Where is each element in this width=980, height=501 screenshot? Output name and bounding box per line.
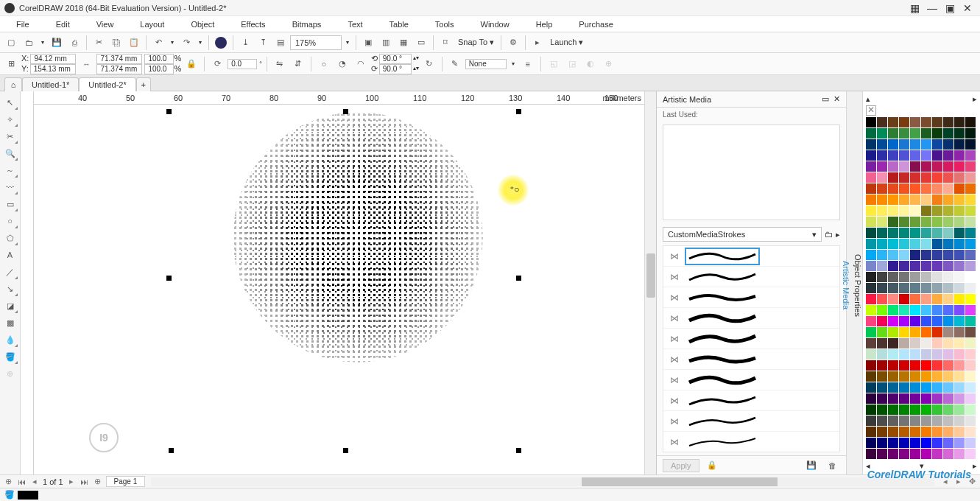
undo-icon[interactable]: ↶: [150, 35, 166, 51]
open-dropdown[interactable]: ▾: [38, 39, 47, 46]
swatch-214[interactable]: [910, 349, 920, 360]
swatch-8[interactable]: [954, 117, 965, 127]
swatch-140[interactable]: [866, 272, 876, 282]
swatch-161[interactable]: [877, 294, 887, 304]
swatch-152[interactable]: [888, 283, 898, 293]
cut-icon[interactable]: ✂: [91, 35, 107, 51]
swatch-243[interactable]: [899, 382, 909, 393]
close-button[interactable]: ✕: [959, 1, 976, 15]
swatch-295[interactable]: [921, 438, 931, 448]
swatch-131[interactable]: [877, 261, 887, 271]
options-icon[interactable]: ⚙: [505, 35, 521, 51]
swatch-60[interactable]: [866, 183, 876, 194]
swatch-165[interactable]: [921, 294, 931, 304]
add-page-after-icon[interactable]: ⊕: [93, 477, 103, 486]
swatch-207[interactable]: [943, 338, 953, 348]
search-content-icon[interactable]: [213, 35, 229, 51]
swatch-168[interactable]: [954, 294, 965, 304]
swatch-41[interactable]: [877, 161, 887, 172]
mirror-v-icon[interactable]: ⇵: [290, 56, 306, 72]
swatch-36[interactable]: [932, 150, 942, 161]
swatch-137[interactable]: [943, 261, 953, 271]
swatch-28[interactable]: [954, 139, 965, 150]
swatch-270[interactable]: [866, 416, 876, 426]
convert-icon[interactable]: ◐: [582, 56, 599, 72]
swatch-159[interactable]: [965, 283, 976, 293]
menu-window[interactable]: Window: [468, 16, 523, 32]
swatch-234[interactable]: [910, 371, 920, 382]
swatch-58[interactable]: [954, 172, 965, 183]
swatch-149[interactable]: [965, 272, 976, 282]
swatch-90[interactable]: [866, 217, 876, 227]
menu-tools[interactable]: Tools: [422, 16, 468, 32]
swatch-262[interactable]: [888, 404, 898, 415]
docker-collapse-icon[interactable]: ▭: [822, 94, 829, 104]
stroke-item-8[interactable]: ⋈: [663, 390, 839, 411]
swatch-252[interactable]: [888, 393, 898, 404]
swatch-115[interactable]: [921, 239, 931, 249]
swatch-201[interactable]: [877, 338, 887, 348]
swatch-52[interactable]: [888, 172, 898, 183]
undo-dropdown[interactable]: ▾: [168, 39, 177, 46]
swatch-138[interactable]: [954, 261, 965, 271]
swatch-84[interactable]: [910, 206, 920, 216]
swatch-196[interactable]: [932, 327, 942, 337]
swatch-291[interactable]: [877, 438, 887, 448]
first-page-icon[interactable]: ⏮: [16, 477, 27, 486]
end-angle[interactable]: 90.0 °: [379, 64, 412, 74]
swatch-112[interactable]: [888, 239, 898, 249]
swatch-255[interactable]: [921, 393, 931, 404]
swatch-56[interactable]: [932, 172, 942, 183]
swatch-171[interactable]: [877, 305, 887, 315]
swatch-110[interactable]: [866, 239, 876, 249]
swatch-1[interactable]: [877, 117, 887, 127]
swatch-3[interactable]: [899, 117, 909, 127]
mirror-h-icon[interactable]: ⇋: [272, 56, 288, 72]
swatch-288[interactable]: [954, 427, 965, 437]
transparency-tool[interactable]: ▩: [2, 315, 18, 331]
swatch-304[interactable]: [910, 449, 920, 459]
swatch-10[interactable]: [866, 128, 876, 139]
canvas-vscroll[interactable]: [644, 91, 656, 474]
swatch-43[interactable]: [899, 161, 909, 172]
swatch-77[interactable]: [943, 195, 953, 205]
tab-untitled-1[interactable]: Untitled-1*: [22, 77, 79, 91]
swatch-132[interactable]: [888, 261, 898, 271]
stroke-item-1[interactable]: ⋈: [663, 246, 839, 267]
menu-table[interactable]: Table: [376, 16, 422, 32]
zoom-level[interactable]: 175%: [290, 35, 342, 50]
swatch-146[interactable]: [932, 272, 942, 282]
swatch-133[interactable]: [899, 261, 909, 271]
swatch-13[interactable]: [899, 128, 909, 139]
swatch-54[interactable]: [910, 172, 920, 183]
no-fill-swatch[interactable]: ✕: [866, 105, 876, 116]
swatch-227[interactable]: [943, 360, 953, 371]
swatch-67[interactable]: [943, 183, 953, 194]
swatch-92[interactable]: [888, 217, 898, 227]
polygon-tool[interactable]: ⬠: [2, 230, 18, 246]
ellipse-tool[interactable]: ○: [2, 213, 18, 229]
swatch-287[interactable]: [943, 427, 953, 437]
pie-icon[interactable]: ◔: [334, 56, 350, 72]
swatch-285[interactable]: [921, 427, 931, 437]
swatch-254[interactable]: [910, 393, 920, 404]
swatch-125[interactable]: [921, 250, 931, 260]
sel-handle-bm[interactable]: [343, 448, 348, 453]
hscroll-thumb[interactable]: [582, 477, 778, 486]
swatch-170[interactable]: [866, 305, 876, 315]
stroke-item-3[interactable]: ⋈: [663, 287, 839, 308]
swatch-148[interactable]: [954, 272, 965, 282]
swatch-241[interactable]: [877, 382, 887, 393]
stroke-item-6[interactable]: ⋈: [663, 349, 839, 370]
crop-tool[interactable]: ✂: [2, 128, 18, 144]
ellipse-icon[interactable]: ○: [316, 56, 332, 72]
fill-bucket-icon[interactable]: 🪣: [4, 490, 15, 500]
swatch-129[interactable]: [965, 250, 976, 260]
swatch-240[interactable]: [866, 382, 876, 393]
vertical-ruler[interactable]: [21, 91, 34, 474]
stroke-item-7[interactable]: ⋈: [663, 370, 839, 390]
height-input[interactable]: 71.374 mm: [96, 64, 142, 74]
swatch-176[interactable]: [932, 305, 942, 315]
swatch-184[interactable]: [910, 316, 920, 326]
swatch-181[interactable]: [877, 316, 887, 326]
